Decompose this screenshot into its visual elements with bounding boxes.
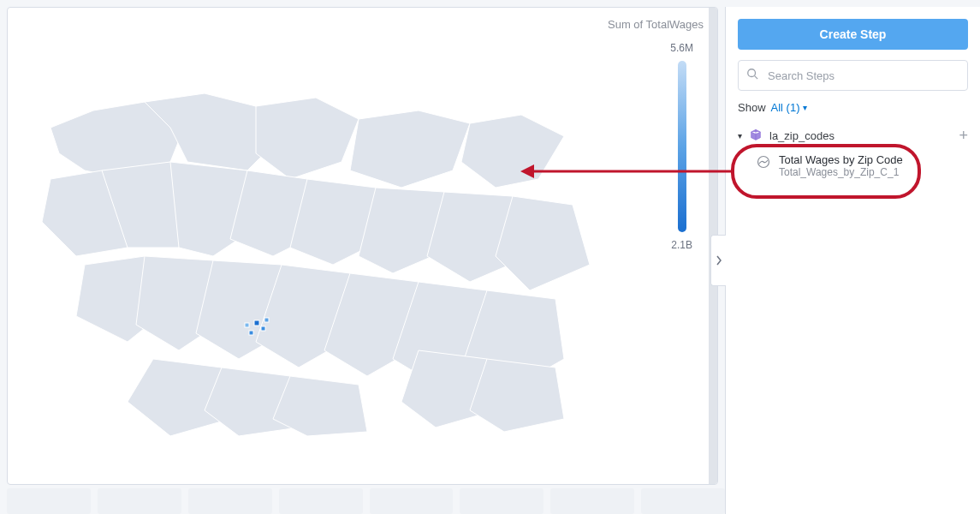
footer-tile[interactable]: [460, 488, 543, 514]
step-id: Total_Wages_by_Zip_C_1: [779, 166, 961, 178]
chevron-down-icon: ▾: [803, 103, 807, 112]
choropleth-map[interactable]: [33, 76, 615, 436]
footer-tile[interactable]: [370, 488, 454, 514]
footer-tile[interactable]: [279, 488, 363, 514]
svg-rect-4: [245, 323, 249, 327]
legend-gradient: [678, 61, 686, 232]
chevron-down-icon: ▾: [738, 131, 742, 140]
map-card: Sum of TotalWages 5.6M 2.1B: [7, 7, 718, 485]
steps-panel: Create Step Show All (1) ▾ ▾ la_zip_code…: [725, 7, 980, 514]
group-name: la_zip_codes: [769, 129, 952, 142]
chevron-right-icon: [716, 255, 722, 266]
create-step-button[interactable]: Create Step: [738, 19, 968, 50]
chart-type-icon: [757, 155, 770, 172]
svg-line-6: [755, 76, 758, 80]
footer-thumbnails: [7, 488, 725, 514]
step-group-row[interactable]: ▾ la_zip_codes +: [738, 124, 968, 146]
footer-tile[interactable]: [188, 488, 272, 514]
show-label: Show: [738, 101, 766, 114]
show-filter-dropdown[interactable]: All (1) ▾: [771, 101, 808, 114]
svg-point-5: [748, 69, 756, 77]
dataset-icon: [749, 128, 763, 142]
footer-tile[interactable]: [98, 488, 181, 514]
svg-rect-1: [261, 326, 265, 331]
map-legend-title: Sum of TotalWages: [608, 18, 704, 31]
legend-min: 2.1B: [671, 239, 692, 251]
legend-max: 5.6M: [670, 42, 693, 54]
step-item[interactable]: Total Wages by Zip Code Total_Wages_by_Z…: [750, 146, 968, 185]
search-input[interactable]: [738, 60, 968, 91]
add-step-button[interactable]: +: [959, 128, 968, 143]
show-filter-label: All (1): [771, 101, 800, 114]
svg-rect-2: [249, 331, 253, 335]
panel-collapse-handle[interactable]: [710, 235, 726, 286]
svg-rect-3: [264, 318, 269, 322]
footer-tile[interactable]: [641, 488, 725, 514]
footer-tile[interactable]: [550, 488, 634, 514]
search-icon: [746, 68, 758, 83]
step-title: Total Wages by Zip Code: [779, 153, 961, 166]
svg-rect-0: [254, 320, 259, 326]
map-legend: 5.6M 2.1B: [670, 42, 693, 251]
footer-tile[interactable]: [7, 488, 91, 514]
